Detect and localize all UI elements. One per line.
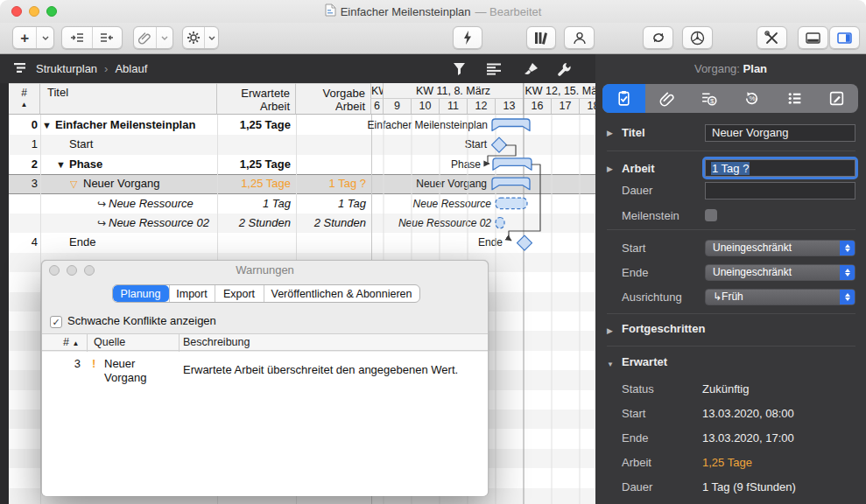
dauer-field-label: Dauer (622, 182, 652, 200)
info-icon (616, 90, 632, 107)
dauer-input[interactable] (705, 182, 855, 200)
inspector-tab-finances[interactable]: $ (687, 84, 730, 113)
dialog-col-num[interactable]: # ▲ (63, 336, 79, 348)
start-constraint-dropdown[interactable]: Uneingeschränkt (705, 240, 855, 256)
bottom-panel-toggle-button[interactable] (798, 26, 828, 49)
network-button[interactable] (682, 26, 713, 49)
outline-row-3[interactable]: 3▽Neuer Vorgang1,25 Tage1 Tag ? (9, 174, 371, 193)
link-options-button[interactable] (156, 27, 172, 48)
chevron-down-icon (208, 36, 215, 40)
warning-source: Neuer Vorgang (104, 357, 176, 385)
titel-disclosure-triangle[interactable]: ▶ (607, 124, 613, 142)
disclosure-triangle-icon[interactable]: ▽ (70, 174, 83, 193)
right-panel-icon (837, 32, 852, 44)
warning-row-num: 3 (42, 357, 81, 370)
inspector-tab-notes[interactable] (815, 84, 858, 113)
arbeit-input-focused[interactable]: 1 Tag ? (702, 157, 858, 179)
warning-row[interactable]: 3!Neuer VorgangErwartete Arbeit überschr… (42, 352, 488, 390)
outline-row-Neue Ressource 02[interactable]: ↪Neue Ressource 022 Stunden2 Stunden (9, 214, 371, 233)
row-title-cell[interactable]: ↪Neue Ressource 02 (84, 214, 217, 233)
conflicts-lightning-button[interactable] (453, 26, 482, 49)
row-title-cell[interactable]: Start (56, 135, 217, 154)
dialog-tab-Veröffentlichen & Abonnieren[interactable]: Veröffentlichen & Abonnieren (264, 285, 419, 302)
inspector-tab-info[interactable] (602, 84, 645, 113)
erwartet-disclosure-triangle[interactable]: ▼ (607, 355, 614, 373)
indent-button[interactable] (62, 27, 92, 48)
row-title-cell[interactable]: Ende (56, 233, 217, 252)
dialog-col-description[interactable]: Beschreibung (183, 336, 250, 348)
dropdown-stepper-icon (840, 289, 855, 305)
tools-button[interactable] (757, 26, 787, 49)
gantt-label-Einfacher Meilensteinplan: Einfacher Meilensteinplan (368, 116, 488, 135)
dialog-tab-Export[interactable]: Export (215, 285, 264, 302)
dialog-tab-Import[interactable]: Import (169, 285, 215, 302)
column-header-num[interactable]: # ▲ (9, 83, 40, 115)
fortgeschritten-disclosure-triangle[interactable]: ▶ (607, 322, 613, 340)
erwartet-section-header[interactable]: Erwartet (622, 355, 667, 369)
row-title-cell[interactable]: ▼Phase (56, 155, 217, 174)
outdent-button[interactable] (92, 27, 122, 48)
window-title: Einfacher Meilensteinplan — Bearbeitet (0, 0, 866, 23)
link-button[interactable] (134, 27, 156, 48)
inspector-tab-links[interactable] (645, 84, 688, 113)
disclosure-triangle-icon[interactable]: ▼ (42, 116, 55, 135)
column-header-expected[interactable]: Erwartete Arbeit (217, 83, 296, 115)
row-given-work (296, 233, 366, 252)
gantt-label-Phase: Phase (451, 155, 481, 174)
weak-conflicts-checkbox[interactable]: ✓ (50, 316, 62, 328)
library-button[interactable] (526, 26, 556, 49)
outline-row-1[interactable]: 1Start (9, 135, 371, 154)
row-title: Neue Ressource (109, 197, 194, 210)
meilenstein-checkbox[interactable] (705, 209, 717, 221)
settings-gear-button[interactable] (183, 27, 204, 48)
breadcrumb-current[interactable]: Ablauf (115, 62, 147, 75)
view-settings-wrench-button[interactable] (554, 60, 574, 79)
outline-row-Neue Ressource[interactable]: ↪Neue Ressource1 Tag1 Tag (9, 194, 371, 214)
outline-row-0[interactable]: 0▼Einfacher Meilensteinplan1,25 Tage (9, 116, 371, 135)
row-title: Ende (69, 235, 95, 248)
row-title-cell[interactable]: ▼Einfacher Meilensteinplan (42, 116, 217, 135)
arbeit-disclosure-triangle[interactable]: ▶ (607, 160, 613, 178)
fortgeschritten-section-header[interactable]: Fortgeschritten (622, 322, 705, 336)
format-brush-button[interactable] (521, 60, 540, 79)
meilenstein-field-label: Meilenstein (622, 207, 679, 225)
outline-options-button[interactable] (484, 60, 503, 79)
row-title-cell[interactable]: ▽Neuer Vorgang (70, 174, 217, 193)
ausrichtung-dropdown[interactable]: ↳Früh (705, 289, 855, 305)
filter-button[interactable] (449, 60, 468, 79)
row-num: 0 (11, 116, 38, 135)
selected-text: 1 Tag ? (711, 162, 750, 175)
warning-description: Erwartete Arbeit überschreitet den angeg… (183, 363, 482, 376)
disclosure-triangle-icon[interactable]: ▼ (56, 155, 69, 174)
ende-constraint-dropdown[interactable]: Uneingeschränkt (705, 264, 855, 281)
row-given-work: 2 Stunden (296, 214, 366, 233)
inspector-tab-progress[interactable]: % (730, 84, 773, 113)
outline-row-4[interactable]: 4Ende (9, 233, 371, 252)
row-expected-work (217, 233, 291, 252)
breadcrumb-root[interactable]: Strukturplan (36, 62, 97, 75)
day-header-10: 10 (412, 99, 440, 115)
dropdown-stepper-icon (840, 240, 855, 256)
column-header-title[interactable]: Titel (40, 83, 217, 115)
erwartet-row-value-Ende: 13.03.2020, 17:00 (702, 431, 794, 445)
right-panel-toggle-button[interactable] (829, 26, 860, 49)
sync-button[interactable] (643, 26, 673, 49)
settings-options-button[interactable] (204, 27, 218, 48)
row-num: 4 (11, 233, 38, 252)
inspector-tab-attributes[interactable] (773, 84, 816, 113)
outline-row-2[interactable]: 2▼Phase1,25 Tage (9, 155, 371, 174)
erwartet-row-value-Dauer: 1 Tag (9 fStunden) (702, 480, 796, 494)
add-button[interactable]: + (13, 27, 36, 48)
row-title-cell[interactable]: ↪Neue Ressource (84, 194, 217, 214)
column-header-given[interactable]: Vorgabe Arbeit (296, 83, 371, 115)
align-left-icon (487, 63, 502, 75)
section-divider (607, 229, 855, 230)
add-options-button[interactable] (36, 27, 53, 48)
resources-button[interactable] (564, 26, 595, 49)
paint-brush-icon (524, 62, 539, 77)
dialog-col-source[interactable]: Quelle (94, 336, 125, 348)
indent-icon (70, 32, 84, 44)
titel-input[interactable]: Neuer Vorgang (705, 124, 855, 142)
dialog-tab-Planung[interactable]: Planung (113, 285, 169, 302)
title-header-label: Titel (47, 86, 68, 99)
